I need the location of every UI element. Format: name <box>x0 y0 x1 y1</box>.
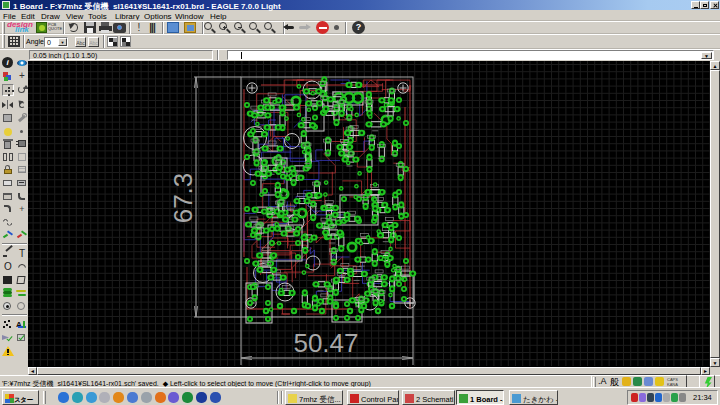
svg-text:67.3: 67.3 <box>168 173 198 224</box>
svg-text:50.47: 50.47 <box>293 328 358 358</box>
